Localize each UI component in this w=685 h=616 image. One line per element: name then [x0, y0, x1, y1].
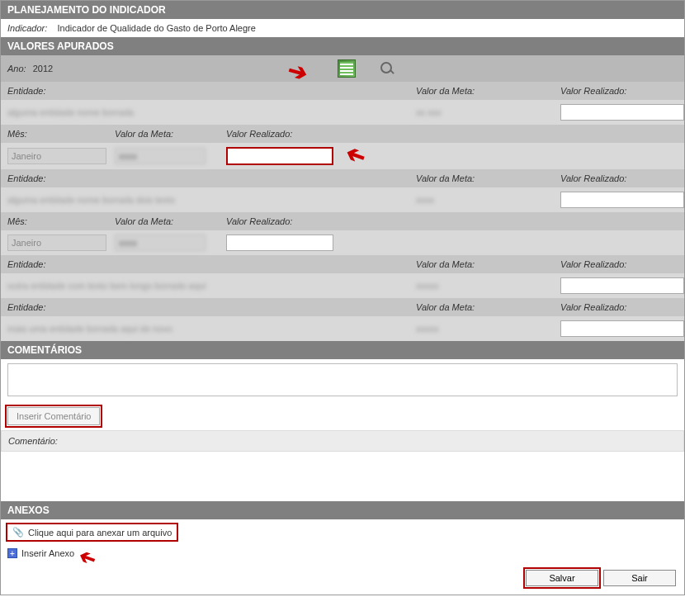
valor-meta-value: xxxxx: [416, 324, 439, 334]
indicador-label: Indicador:: [7, 23, 47, 33]
header-valor-meta: Valor da Meta:: [416, 173, 560, 183]
plus-icon: +: [7, 548, 17, 558]
mes-valor-realizado-input[interactable]: [226, 235, 333, 251]
excel-edit-icon[interactable]: [338, 59, 356, 78]
mes-valor-meta: xxxx: [115, 235, 206, 251]
arrow-annotation-icon: ➔: [342, 140, 369, 172]
header-valor-realizado: Valor Realizado:: [560, 302, 678, 312]
ano-value: 2012: [33, 64, 53, 73]
header-mes: Mês:: [7, 129, 115, 139]
header-entidade: Entidade:: [7, 302, 416, 312]
comentario-label: Comentário:: [1, 430, 684, 452]
section-header-valores: VALORES APURADOS: [1, 37, 684, 55]
header-valor-meta: Valor da Meta:: [416, 86, 560, 96]
valor-realizado-input[interactable]: [560, 104, 684, 121]
header-valor-realizado: Valor Realizado:: [560, 86, 678, 96]
header-valor-meta: Valor da Meta:: [416, 259, 560, 269]
header-entidade: Entidade:: [7, 259, 416, 269]
entidade-value: outra entidade com texto bem longo borra…: [7, 281, 416, 291]
mes-valor-realizado-input[interactable]: [226, 147, 333, 165]
indicador-value: Indicador de Qualidade do Gasto de Porto…: [58, 23, 256, 33]
valor-realizado-input[interactable]: [560, 277, 684, 294]
header-mes-valor-meta: Valor da Meta:: [115, 216, 226, 226]
salvar-button[interactable]: Salvar: [526, 570, 598, 586]
valor-meta-value: xxxxx: [416, 281, 439, 291]
entidade-value: alguma entidade nome borrada dois texto: [7, 195, 416, 205]
section-header-anexos: ANEXOS: [1, 501, 684, 519]
mes-value: Janeiro: [7, 235, 106, 251]
header-mes-valor-meta: Valor da Meta:: [115, 129, 226, 139]
sair-button[interactable]: Sair: [603, 570, 676, 586]
valor-realizado-input[interactable]: [560, 192, 684, 208]
header-mes: Mês:: [7, 216, 115, 226]
header-valor-realizado: Valor Realizado:: [560, 173, 678, 183]
entidade-value: mais uma entidade borrada aqui de novo: [7, 324, 416, 334]
inserir-anexo-label: Inserir Anexo: [21, 548, 74, 558]
header-mes-valor-realizado: Valor Realizado:: [226, 216, 678, 226]
indicador-row: Indicador: Indicador de Qualidade do Gas…: [1, 19, 684, 37]
header-valor-realizado: Valor Realizado:: [560, 259, 678, 269]
magnifier-icon[interactable]: [379, 60, 395, 77]
valor-realizado-input[interactable]: [560, 320, 684, 337]
header-valor-meta: Valor da Meta:: [416, 302, 560, 312]
header-mes-valor-realizado: Valor Realizado:: [226, 129, 678, 139]
valor-meta-value: xx xxx: [416, 107, 442, 117]
valor-meta-value: xxxx: [416, 195, 434, 205]
anexar-arquivo-label: Clique aqui para anexar um arquivo: [28, 528, 172, 538]
mes-valor-meta: xxxx: [115, 148, 206, 164]
section-header-comentarios: COMENTÁRIOS: [1, 341, 684, 359]
header-entidade: Entidade:: [7, 173, 416, 183]
header-entidade: Entidade:: [7, 86, 416, 96]
section-header-planejamento: PLANEJAMENTO DO INDICADOR: [1, 1, 684, 19]
inserir-comentario-button[interactable]: Inserir Comentário: [7, 407, 100, 425]
paperclip-icon: 📎: [12, 527, 24, 538]
anexar-arquivo-link[interactable]: 📎 Clique aqui para anexar um arquivo: [7, 524, 177, 540]
comentarios-textarea[interactable]: [7, 363, 678, 396]
entidade-value: alguma entidade nome borrada: [7, 107, 416, 117]
ano-label: Ano:: [7, 64, 26, 73]
mes-value: Janeiro: [7, 148, 106, 164]
inserir-anexo-link[interactable]: + Inserir Anexo: [7, 548, 74, 558]
